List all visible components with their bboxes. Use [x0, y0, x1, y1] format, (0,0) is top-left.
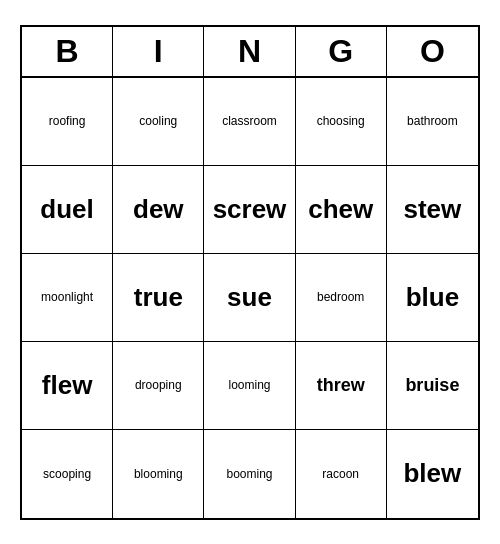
bingo-cell: screw — [204, 166, 295, 254]
bingo-cell: duel — [22, 166, 113, 254]
bingo-cell: blew — [387, 430, 478, 518]
bingo-cell: racoon — [296, 430, 387, 518]
bingo-cell: booming — [204, 430, 295, 518]
bingo-cell: chew — [296, 166, 387, 254]
bingo-cell: looming — [204, 342, 295, 430]
bingo-cell: threw — [296, 342, 387, 430]
bingo-cell: bruise — [387, 342, 478, 430]
bingo-cell: choosing — [296, 78, 387, 166]
bingo-cell: bathroom — [387, 78, 478, 166]
bingo-cell: moonlight — [22, 254, 113, 342]
bingo-card: BINGO roofingcoolingclassroomchoosingbat… — [20, 25, 480, 520]
bingo-cell: true — [113, 254, 204, 342]
header-letter: I — [113, 27, 204, 76]
bingo-cell: stew — [387, 166, 478, 254]
bingo-cell: roofing — [22, 78, 113, 166]
header-letter: B — [22, 27, 113, 76]
bingo-cell: sue — [204, 254, 295, 342]
header-letter: O — [387, 27, 478, 76]
bingo-cell: scooping — [22, 430, 113, 518]
bingo-grid: roofingcoolingclassroomchoosingbathroomd… — [22, 78, 478, 518]
bingo-cell: dew — [113, 166, 204, 254]
bingo-cell: classroom — [204, 78, 295, 166]
bingo-cell: blue — [387, 254, 478, 342]
bingo-cell: drooping — [113, 342, 204, 430]
bingo-cell: flew — [22, 342, 113, 430]
header-letter: N — [204, 27, 295, 76]
bingo-header: BINGO — [22, 27, 478, 78]
bingo-cell: blooming — [113, 430, 204, 518]
bingo-cell: cooling — [113, 78, 204, 166]
bingo-cell: bedroom — [296, 254, 387, 342]
header-letter: G — [296, 27, 387, 76]
